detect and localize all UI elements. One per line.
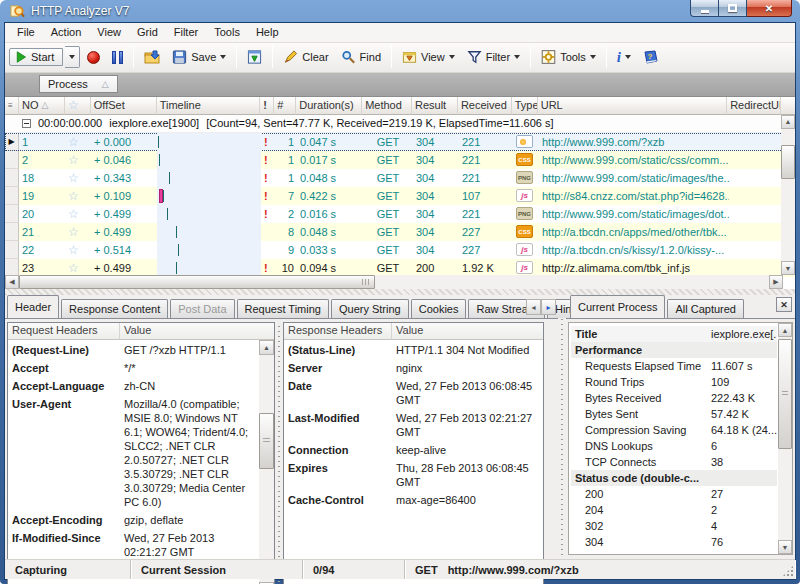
scroll-left-icon[interactable]: ◀: [5, 275, 19, 289]
column-header-type[interactable]: Type: [512, 97, 538, 115]
tab-query-string[interactable]: Query String: [331, 299, 409, 318]
column-header-timeline[interactable]: Timeline: [157, 97, 261, 115]
column-header-redirecturl[interactable]: RedirectUR: [727, 97, 781, 115]
help-button[interactable]: ?: [638, 47, 664, 67]
table-row[interactable]: 23☆+ 0.499!100.094 sGET2001.92 Kjshttp:/…: [5, 259, 795, 277]
menu-file[interactable]: File: [9, 24, 43, 40]
column-header-duration[interactable]: Duration(s): [296, 97, 362, 115]
cell-url[interactable]: http://a.tbcdn.cn/s/kissy/1.2.0/kissy-..…: [539, 241, 729, 259]
scroll-up-icon[interactable]: ▲: [259, 340, 274, 355]
cell-url[interactable]: http://www.999.com/?xzb: [539, 133, 729, 151]
header-row[interactable]: Accept*/*: [8, 359, 259, 377]
find-button[interactable]: Find: [336, 47, 386, 67]
column-header-star[interactable]: ☆: [65, 97, 91, 115]
request-headers-column[interactable]: Request Headers: [8, 323, 120, 339]
header-row[interactable]: (Request-Line)GET /?xzb HTTP/1.1: [8, 341, 259, 359]
header-row[interactable]: Last-ModifiedWed, 27 Feb 2013 02:21:27 G…: [284, 409, 543, 441]
header-row[interactable]: If-Modified-SinceWed, 27 Feb 2013 02:21:…: [8, 529, 259, 561]
tab-current-process[interactable]: Current Process: [570, 295, 665, 318]
table-row[interactable]: 22☆+ 0.51490.033 sGET304227jshttp://a.tb…: [5, 241, 795, 259]
cell-star[interactable]: ☆: [65, 151, 91, 169]
tab-request-timing[interactable]: Request Timing: [237, 299, 329, 318]
column-header-url[interactable]: URL: [538, 97, 727, 115]
star-icon[interactable]: ☆: [68, 207, 79, 221]
column-header-count[interactable]: #: [274, 97, 296, 115]
star-icon[interactable]: ☆: [68, 225, 79, 239]
table-row[interactable]: 20☆+ 0.499!20.016 sGET304221PNGhttp://ww…: [5, 205, 795, 223]
cell-url[interactable]: http://a.tbcdn.cn/apps/med/other/tbk...: [539, 223, 729, 241]
cell-star[interactable]: ☆: [65, 241, 91, 259]
filter-button[interactable]: Filter: [462, 47, 525, 67]
grid-hscroll-thumb[interactable]: [19, 275, 375, 289]
scroll-up-icon[interactable]: ▲: [778, 323, 792, 337]
cell-star[interactable]: ☆: [65, 187, 91, 205]
column-header-no[interactable]: NO△: [19, 97, 65, 115]
header-row[interactable]: Accept-Encodinggzip, deflate: [8, 511, 259, 529]
cell-star[interactable]: ☆: [65, 223, 91, 241]
process-stats-scrollbar[interactable]: ▲ ▼: [778, 323, 792, 554]
header-row[interactable]: Cache-Controlmax-age=86400: [284, 491, 543, 509]
cell-star[interactable]: ☆: [65, 259, 91, 277]
row-selector-header[interactable]: ≡: [5, 97, 19, 115]
tab-response-content[interactable]: Response Content: [61, 299, 168, 318]
group-by-process-button[interactable]: Process △: [39, 75, 118, 93]
header-row[interactable]: DateWed, 27 Feb 2013 06:08:45 GMT: [284, 377, 543, 409]
close-button[interactable]: ✕: [747, 0, 792, 17]
tab-scroll-left-icon[interactable]: ◂: [526, 299, 541, 315]
pause-button[interactable]: [107, 48, 128, 67]
column-header-method[interactable]: Method: [362, 97, 412, 115]
process-scroll-thumb[interactable]: [778, 339, 792, 449]
header-row[interactable]: ExpiresThu, 28 Feb 2013 06:08:45 GMT: [284, 459, 543, 491]
cell-star[interactable]: ☆: [65, 169, 91, 187]
scroll-down-icon[interactable]: ▼: [781, 261, 795, 275]
cell-star[interactable]: ☆: [65, 133, 91, 151]
column-header-result[interactable]: Result: [412, 97, 458, 115]
menu-filter[interactable]: Filter: [166, 24, 206, 40]
column-header-alert[interactable]: !: [260, 97, 274, 115]
table-row[interactable]: ▶1☆+ 0.000!10.047 sGET304221http://www.9…: [5, 133, 795, 151]
vertical-splitter[interactable]: [275, 322, 283, 584]
header-row[interactable]: Connectionkeep-alive: [284, 441, 543, 459]
scroll-right-icon[interactable]: ▶: [769, 275, 783, 289]
cell-url[interactable]: http://www.999.com/static/css/comm...: [539, 151, 729, 169]
autoscroll-button[interactable]: [242, 47, 267, 67]
open-button[interactable]: [139, 47, 165, 67]
close-panel-icon[interactable]: ✕: [776, 297, 792, 312]
menu-grid[interactable]: Grid: [129, 24, 166, 40]
table-row[interactable]: 2☆+ 0.046!10.017 sGET304221CSShttp://www…: [5, 151, 795, 169]
menu-action[interactable]: Action: [43, 24, 90, 40]
tab-cookies[interactable]: Cookies: [411, 299, 467, 318]
response-value-column[interactable]: Value: [392, 323, 543, 339]
request-headers-scrollbar[interactable]: ▲ ▼: [259, 340, 274, 584]
menu-tools[interactable]: Tools: [206, 24, 248, 40]
cell-url[interactable]: http://z.alimama.com/tbk_inf.js: [539, 259, 729, 277]
start-dropdown-button[interactable]: [65, 46, 80, 68]
menu-view[interactable]: View: [89, 24, 129, 40]
grid-vertical-scrollbar[interactable]: ▲ ▼: [781, 115, 795, 276]
column-header-received[interactable]: Received: [458, 97, 512, 115]
tools-button[interactable]: Tools: [536, 47, 601, 67]
cell-url[interactable]: http://www.999.com/static/images/the...: [539, 169, 729, 187]
tab-all-captured[interactable]: All Captured: [667, 299, 744, 318]
header-row[interactable]: ConnectionKeep-Alive: [8, 579, 259, 584]
info-button[interactable]: i: [612, 48, 636, 66]
table-row[interactable]: 18☆+ 0.343!10.048 sGET304221PNGhttp://ww…: [5, 169, 795, 187]
clear-button[interactable]: Clear: [278, 47, 333, 67]
maximize-button[interactable]: [719, 0, 747, 17]
save-button[interactable]: Save: [167, 47, 231, 67]
vertical-splitter[interactable]: [558, 295, 566, 559]
star-icon[interactable]: ☆: [68, 243, 79, 257]
request-scroll-thumb[interactable]: [259, 413, 274, 469]
star-icon[interactable]: ☆: [68, 189, 79, 203]
header-row[interactable]: (Status-Line)HTTP/1.1 304 Not Modified: [284, 341, 543, 359]
collapse-group-icon[interactable]: [22, 119, 31, 128]
minimize-button[interactable]: [690, 0, 719, 17]
cell-url[interactable]: http://s84.cnzz.com/stat.php?id=4628...: [539, 187, 729, 205]
star-icon[interactable]: ☆: [68, 171, 79, 185]
process-group-row[interactable]: 00:00:00.000 iexplore.exe[1900] [Count=9…: [5, 115, 795, 133]
menu-help[interactable]: Help: [248, 24, 287, 40]
star-icon[interactable]: ☆: [68, 135, 79, 149]
column-header-offset[interactable]: OffSet: [91, 97, 157, 115]
request-value-column[interactable]: Value: [120, 323, 274, 339]
header-row[interactable]: Servernginx: [284, 359, 543, 377]
